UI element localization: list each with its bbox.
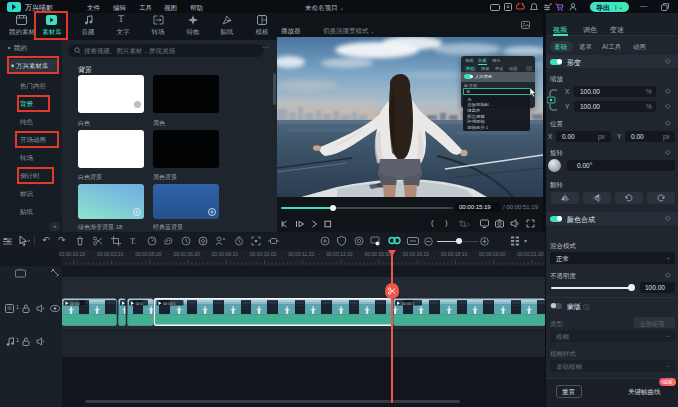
svg-text:00:00:1: 00:00:1 bbox=[163, 302, 176, 306]
svg-text:00:00:1: 00:00:1 bbox=[402, 302, 415, 306]
svg-text:00:0: 00:0 bbox=[136, 302, 143, 306]
svg-text:00:00: 00:00 bbox=[70, 302, 80, 306]
